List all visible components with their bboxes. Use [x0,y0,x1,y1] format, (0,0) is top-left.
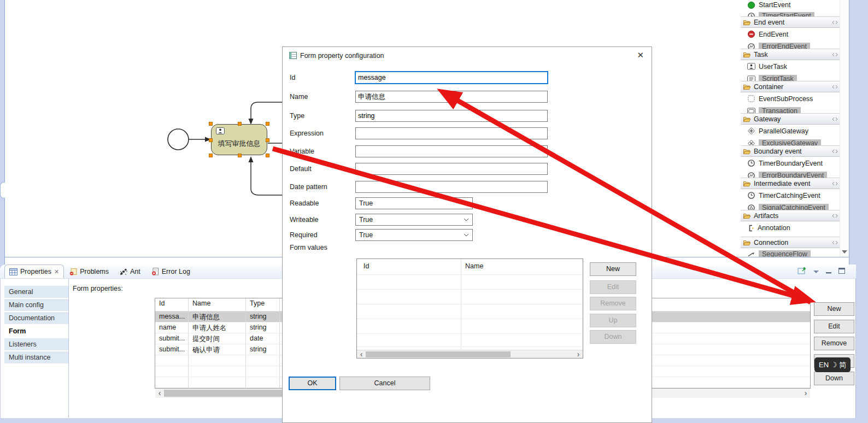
dialog-edit-button[interactable]: Edit [590,280,636,294]
expression-input[interactable] [355,127,548,139]
palette-group-task[interactable]: Task [741,49,840,60]
default-input[interactable] [355,163,548,175]
palette-item-scripttask[interactable]: ScriptTask [741,73,840,81]
palette-item-startevent[interactable]: StartEvent [741,0,840,10]
palette-group-connection[interactable]: Connection [741,237,840,248]
sidebar-item-main-config[interactable]: Main config [4,299,68,311]
palette-item-transaction[interactable]: Transaction [741,105,840,113]
pin-layout-icon[interactable] [832,83,838,91]
palette-group-gateway[interactable]: Gateway [741,113,840,125]
tab-problems[interactable]: Problems [64,265,114,278]
sidebar-item-listeners[interactable]: Listeners [4,338,68,350]
panel-edit-button[interactable]: Edit [814,320,854,333]
pin-layout-icon[interactable] [832,148,838,155]
readable-select[interactable]: True [355,197,473,209]
scroll-down-icon[interactable] [842,250,847,254]
folder-icon [743,51,751,58]
pin-layout-icon[interactable] [832,212,838,220]
sidebar-item-documentation[interactable]: Documentation [4,312,68,324]
fv-col-id: Id [363,262,369,270]
error-event-icon [747,172,755,178]
palette-item-errorboundaryevent[interactable]: ErrorBoundaryEvent [741,169,840,178]
minimize-icon[interactable] [826,268,832,275]
pin-layout-icon[interactable] [832,51,838,58]
writeable-select[interactable]: True [355,214,473,226]
dialog-close-icon[interactable]: ✕ [637,50,644,60]
pin-layout-icon[interactable] [832,19,838,26]
palette-item-exclusivegateway[interactable]: ExclusiveGateway [741,137,840,145]
signal-event-icon [747,204,755,210]
resize-handle[interactable] [238,122,242,126]
view-menu-icon[interactable] [813,268,819,275]
palette-item-endevent[interactable]: EndEvent [741,28,840,40]
error-event-icon [747,43,755,49]
dialog-down-button[interactable]: Down [590,330,636,344]
pin-layout-icon[interactable] [832,115,838,123]
scroll-right-icon[interactable]: › [574,350,583,359]
palette-item-sequenceflow[interactable]: SequenceFlow [741,248,840,257]
parallel-gateway-icon [747,127,755,135]
name-input[interactable] [355,91,548,103]
palette-item-timerstartevent[interactable]: TimerStartEvent [741,10,840,16]
tab-error-log[interactable]: Error Log [146,265,196,278]
palette-scrollbar[interactable] [840,0,848,257]
palette-item-parallelgateway[interactable]: ParallelGateway [741,125,840,137]
timer-icon [747,12,755,17]
cancel-button[interactable]: Cancel [339,377,430,390]
pin-layout-icon[interactable] [832,239,838,246]
resize-handle[interactable] [209,122,213,126]
id-input[interactable] [355,72,548,84]
type-input[interactable] [355,110,548,122]
user-task-node[interactable]: 填写审批信息 [211,124,267,155]
resize-handle[interactable] [238,154,242,157]
palette-group-end-event[interactable]: End event [741,16,840,28]
resize-handle[interactable] [266,138,269,142]
required-select[interactable]: True [355,229,473,241]
panel-down-button[interactable]: Down [814,372,854,385]
sidebar-item-form[interactable]: Form [4,325,68,337]
scroll-left-icon[interactable]: ‹ [155,389,164,397]
scroll-right-icon[interactable]: › [801,389,810,397]
dialog-new-button[interactable]: New [590,262,636,276]
pin-editor-icon[interactable] [797,267,806,277]
palette-item-timerboundaryevent[interactable]: TimerBoundaryEvent [741,157,840,169]
tab-ant[interactable]: Ant [114,265,146,278]
close-tab-icon[interactable]: ✕ [54,268,59,275]
fv-horizontal-scrollbar[interactable]: ‹ › [357,350,583,358]
ok-button[interactable]: OK [289,377,336,390]
palette-item-signalcatchingevent[interactable]: SignalCatchingEvent [741,202,840,210]
dialog-up-button[interactable]: Up [590,314,636,327]
sidebar-item-multi-instance[interactable]: Multi instance [4,351,68,363]
start-event-icon [747,1,755,9]
palette-group-artifacts[interactable]: Artifacts [741,210,840,221]
collapsed-panel-handle[interactable] [0,182,5,198]
palette-item-errorendevent[interactable]: ErrorEndEvent [741,40,840,49]
palette-group-container[interactable]: Container [741,81,840,92]
pin-layout-icon[interactable] [832,180,838,187]
palette-item-eventsubprocess[interactable]: EventSubProcess [741,92,840,105]
palette-group-boundary-event[interactable]: Boundary event [741,145,840,157]
required-label: Required [290,231,318,239]
scrollbar-thumb[interactable] [366,351,511,357]
variable-input[interactable] [355,145,548,157]
resize-handle[interactable] [209,138,213,142]
tab-properties[interactable]: Properties ✕ [4,265,64,278]
resize-handle[interactable] [266,154,269,157]
palette-group-intermediate-event[interactable]: Intermediate event [741,178,840,189]
palette-item-annotation[interactable]: Annotation [741,221,840,234]
resize-handle[interactable] [209,154,213,157]
dialog-remove-button[interactable]: Remove [590,297,636,310]
sidebar-item-general[interactable]: General [4,286,68,298]
form-values-table[interactable]: Id Name ‹ › [356,258,583,359]
maximize-icon[interactable] [838,268,845,275]
user-task-icon [747,63,755,70]
panel-remove-button[interactable]: Remove [814,337,854,350]
dialog-title: Form property configuration [300,52,384,60]
panel-new-button[interactable]: New [814,302,854,316]
scroll-left-icon[interactable]: ‹ [357,350,366,359]
resize-handle[interactable] [266,122,269,126]
date-pattern-input[interactable] [355,181,548,193]
palette-item-usertask[interactable]: UserTask [741,60,840,73]
folder-icon [743,115,751,123]
palette-item-timercatchingevent[interactable]: TimerCatchingEvent [741,189,840,202]
